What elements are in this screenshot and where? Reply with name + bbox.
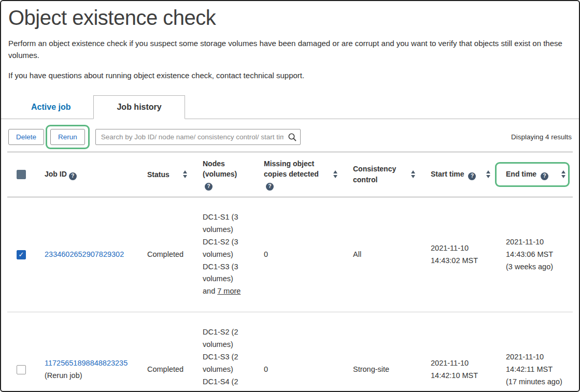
job-id-cell: 2334602652907829302 [36, 249, 139, 261]
sort-icon[interactable] [558, 170, 565, 178]
sort-icon[interactable] [483, 170, 490, 178]
column-header-consistency: Consistency control [345, 164, 422, 185]
sort-icon[interactable] [408, 170, 415, 178]
help-icon[interactable]: ? [468, 172, 476, 180]
start-time-cell: 2021-11-10 14:42:10 MST [422, 357, 498, 382]
more-nodes-link[interactable]: 7 more [217, 287, 241, 295]
column-header-start-time: Start time ? [422, 169, 498, 180]
job-note: (Rerun job) [45, 370, 134, 382]
row-checkbox[interactable]: ✓ [17, 250, 26, 259]
nodes-cell: DC1-S1 (3 volumes) DC1-S2 (3 volumes) DC… [194, 211, 256, 298]
rerun-button[interactable]: Rerun [50, 129, 85, 145]
search-input[interactable] [95, 129, 301, 145]
end-time-cell: 2021-11-10 14:42:11 MST (17 minutes ago) [498, 351, 573, 388]
tab-job-history[interactable]: Job history [93, 95, 185, 119]
column-header-end-time: End time ? [498, 169, 573, 180]
tab-active-job[interactable]: Active job [8, 96, 93, 119]
status-cell: Completed [139, 249, 194, 261]
help-icon[interactable]: ? [266, 183, 274, 191]
end-time-cell: 2021-11-10 14:43:06 MST (3 weeks ago) [498, 236, 573, 273]
app-window: Object existence check Perform an object… [0, 0, 580, 392]
help-icon[interactable]: ? [205, 183, 213, 191]
help-icon[interactable]: ? [69, 172, 77, 180]
sort-icon[interactable] [180, 170, 187, 178]
column-header-nodes: Nodes (volumes) ? [194, 158, 256, 191]
results-count: Displaying 4 results [511, 133, 572, 141]
column-header-job-id: Job ID? [36, 169, 139, 180]
page-title: Object existence check [8, 6, 579, 30]
page-description: Perform an object existence check if you… [8, 38, 567, 61]
consistency-cell: All [345, 249, 422, 261]
row-checkbox[interactable] [17, 365, 26, 374]
support-note: If you have questions about running obje… [8, 70, 567, 82]
job-id-cell: 11725651898848823235 (Rerun job) [36, 357, 139, 382]
missing-copies-cell: 0 [256, 249, 345, 261]
help-icon[interactable]: ? [541, 172, 548, 180]
consistency-cell: Strong-site [345, 364, 422, 376]
start-time-cell: 2021-11-10 14:43:02 MST [422, 242, 498, 267]
missing-copies-cell: 0 [256, 364, 345, 376]
sort-icon[interactable] [330, 170, 337, 178]
column-header-status: Status [139, 169, 194, 180]
tab-bar: Active job Job history [1, 95, 579, 119]
delete-button[interactable]: Delete [8, 129, 44, 145]
select-all-checkbox[interactable] [17, 170, 26, 179]
job-id-link[interactable]: 2334602652907829302 [45, 250, 124, 258]
table-header: Job ID? Status Nodes (volumes) ? Missing… [7, 152, 573, 197]
column-header-missing-copies: Missing object copies detected ? [256, 158, 345, 191]
table-row: 11725651898848823235 (Rerun job) Complet… [7, 312, 573, 392]
search-icon[interactable] [288, 133, 297, 144]
status-cell: Completed [139, 364, 194, 376]
nodes-cell: DC1-S2 (2 volumes) DC1-S3 (2 volumes) DC… [194, 326, 256, 392]
job-id-link[interactable]: 11725651898848823235 [45, 359, 128, 367]
toolbar: Delete Rerun Displaying 4 results [8, 129, 572, 145]
table-row: ✓ 2334602652907829302 Completed DC1-S1 (… [7, 197, 573, 312]
